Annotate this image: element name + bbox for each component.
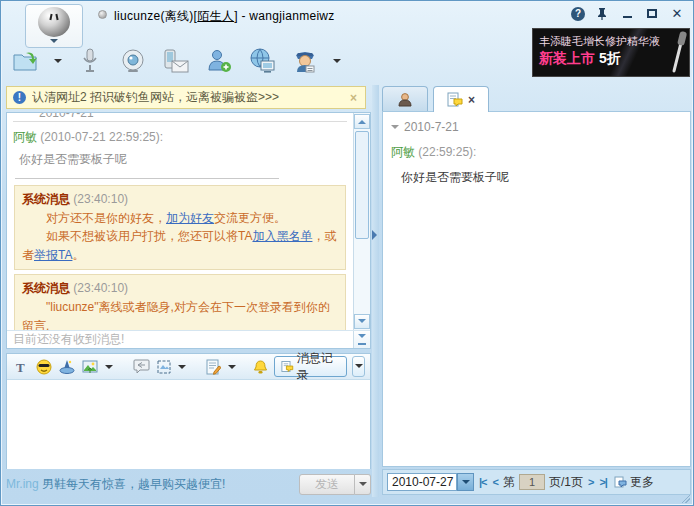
jump-to-latest-icon[interactable] <box>353 331 370 348</box>
message-history-dropdown-icon[interactable] <box>352 356 365 377</box>
file-transfer-icon[interactable] <box>11 47 41 75</box>
collapse-date-icon <box>391 125 399 133</box>
font-icon[interactable]: T <box>12 357 30 377</box>
history-message-text: 你好是否需要板子呢 <box>383 161 690 186</box>
sender-name: 阿敏 <box>13 130 37 144</box>
message-sender-line: 阿敏 (2010-07-21 22:59:25): <box>13 129 347 146</box>
date-select[interactable]: 2010-07-27 <box>387 473 474 491</box>
tab-close-icon[interactable]: × <box>468 93 475 107</box>
status-offline-icon <box>98 10 107 19</box>
page-label-post: 页/1页 <box>549 474 583 491</box>
svg-text:T: T <box>16 360 25 374</box>
send-button[interactable]: 发送 <box>299 474 355 495</box>
ad-banner[interactable]: 丰添睫毛增长修护精华液 新装上市5折 <box>532 28 690 77</box>
message-input[interactable] <box>7 380 370 469</box>
ad-line2: 新装上市5折 <box>539 49 683 69</box>
message-divider <box>15 178 279 179</box>
empty-status-strip: 目前还没有收到消息! <box>7 330 370 348</box>
first-page-icon[interactable]: |< <box>478 476 488 488</box>
info-icon: ! <box>13 91 26 104</box>
send-image-icon[interactable] <box>81 357 99 377</box>
add-friend-icon[interactable] <box>204 47 234 75</box>
note-dropdown-icon[interactable] <box>228 365 236 373</box>
magic-expression-icon[interactable] <box>58 357 76 377</box>
promo-link[interactable]: Mr.ing 男鞋每天有惊喜，越早购买越便宜! <box>6 476 225 493</box>
close-icon[interactable]: ✕ <box>669 6 685 21</box>
report-dropdown-icon[interactable] <box>333 59 341 67</box>
scrollbar-thumb[interactable] <box>355 131 369 239</box>
collapse-panel-icon[interactable] <box>372 230 382 240</box>
file-transfer-dropdown-icon[interactable] <box>54 59 62 67</box>
send-to-mobile-icon[interactable] <box>161 47 191 75</box>
screenshot-dropdown-icon[interactable] <box>178 365 186 373</box>
next-page-icon[interactable]: > <box>587 476 594 488</box>
chat-message-area: 2010-7-21 阿敏 (2010-07-21 22:59:25): 你好是否… <box>6 112 371 349</box>
message-history-tab[interactable]: × <box>433 86 489 112</box>
system-message-1: 系统消息 (23:40:10) 对方还不是你的好友，加为好友交流更方便。 如果不… <box>14 185 346 270</box>
report-link[interactable]: 举报TA <box>34 248 72 262</box>
profile-icon <box>397 92 413 108</box>
window-title: liucunze(离线)[陌生人] - wangjianmeiwz <box>114 8 335 25</box>
message-timestamp: (2010-07-21 22:59:25): <box>40 130 163 144</box>
report-icon[interactable] <box>290 47 320 75</box>
history-panel: 2010-7-21 阿敏 (22:59:25): 你好是否需要板子呢 <box>382 111 691 467</box>
resize-grip[interactable] <box>681 494 690 503</box>
security-notice-bar: ! 认清网址2 招识破钓鱼网站，远离被骗被盗>>> × <box>6 86 366 109</box>
add-friend-link[interactable]: 加为好友 <box>166 211 214 225</box>
send-image-dropdown-icon[interactable] <box>105 365 113 373</box>
notice-link[interactable]: 认清网址2 招识破钓鱼网站，远离被骗被盗>>> <box>32 89 342 106</box>
more-history-icon <box>614 476 627 488</box>
minimize-icon[interactable] <box>619 6 635 21</box>
ad-line1: 丰添睫毛增长修护精华液 <box>539 34 683 49</box>
page-number-input[interactable] <box>519 474 545 490</box>
blacklist-link[interactable]: 加入黑名单 <box>252 229 312 243</box>
notice-close-icon[interactable]: × <box>348 91 359 105</box>
send-options-dropdown-icon[interactable] <box>355 474 371 495</box>
titlebar[interactable]: liucunze(离线)[陌生人] - wangjianmeiwz ? ✕ <box>1 1 693 29</box>
nudge-icon[interactable] <box>251 357 269 377</box>
remote-desktop-icon[interactable] <box>247 47 277 75</box>
stranger-link[interactable]: 陌生人 <box>197 9 234 23</box>
prev-page-icon[interactable]: < <box>492 476 499 488</box>
composer-toolbar: T <box>7 354 370 380</box>
clipped-date-header: 2010-7-21 <box>13 113 347 122</box>
chat-content: 2010-7-21 阿敏 (2010-07-21 22:59:25): 你好是否… <box>7 113 353 330</box>
panel-splitter[interactable] <box>372 85 379 497</box>
screenshot-icon[interactable] <box>155 357 173 377</box>
avatar-dropdown-icon[interactable] <box>50 39 58 47</box>
history-tab-icon <box>447 92 463 107</box>
message-history-icon <box>281 360 294 373</box>
system-message-2: 系统消息 (23:40:10) "liucunze"离线或者隐身,对方会在下一次… <box>14 274 346 330</box>
page-label-pre: 第 <box>503 474 515 491</box>
message-text: 你好是否需要板子呢 <box>19 151 347 168</box>
scroll-up-icon[interactable] <box>354 114 370 129</box>
profile-tab[interactable] <box>382 86 428 112</box>
quick-reply-icon[interactable] <box>132 357 150 377</box>
last-page-icon[interactable]: >| <box>598 476 608 488</box>
chat-window: liucunze(离线)[陌生人] - wangjianmeiwz ? ✕ <box>0 0 694 506</box>
side-tabs: × <box>382 86 489 112</box>
date-select-value[interactable]: 2010-07-27 <box>387 473 457 491</box>
composer-bottom-bar: Mr.ing 男鞋每天有惊喜，越早购买越便宜! 发送 <box>6 471 371 497</box>
avatar-sphere-icon <box>38 7 70 37</box>
emoticon-icon[interactable] <box>35 357 53 377</box>
date-select-dropdown-icon[interactable] <box>457 473 474 491</box>
history-date-header[interactable]: 2010-7-21 <box>383 112 690 138</box>
video-call-icon[interactable] <box>118 47 148 75</box>
maximize-icon[interactable] <box>644 6 660 21</box>
chat-scrollbar[interactable] <box>353 113 370 330</box>
history-pager: 2010-07-27 |< < 第 页/1页 > >| 更多 <box>382 469 691 495</box>
avatar[interactable] <box>25 4 83 48</box>
note-icon[interactable] <box>205 357 223 377</box>
pin-icon[interactable] <box>594 6 610 21</box>
history-sender-line: 阿敏 (22:59:25): <box>383 138 690 161</box>
composer: T <box>6 353 371 469</box>
help-icon[interactable]: ? <box>571 7 585 21</box>
voice-call-icon[interactable] <box>75 47 105 75</box>
scroll-down-icon[interactable] <box>354 314 370 329</box>
empty-status-text: 目前还没有收到消息! <box>7 331 353 348</box>
more-history-link[interactable]: 更多 <box>614 474 654 491</box>
message-history-button[interactable]: 消息记录 <box>274 356 347 377</box>
